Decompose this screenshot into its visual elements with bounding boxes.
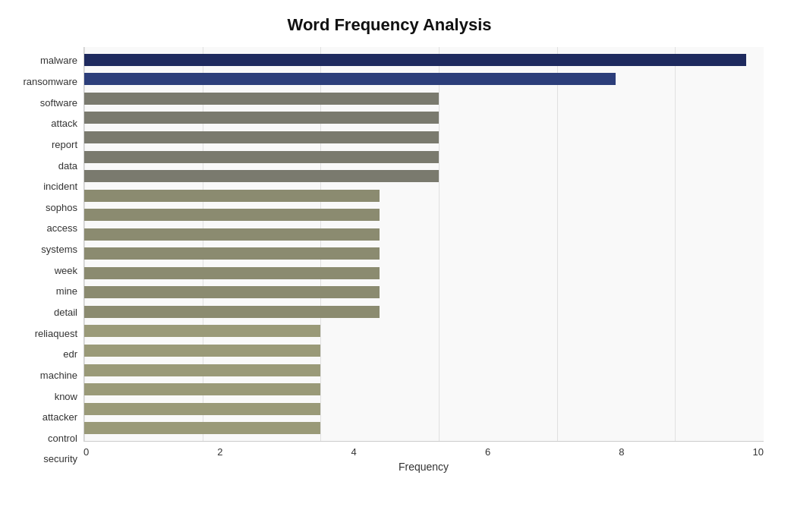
bar <box>84 228 380 241</box>
x-axis-labels: 0246810 <box>83 442 764 458</box>
bar-row <box>84 401 764 417</box>
bar-row <box>84 168 764 184</box>
bar-row <box>84 323 764 338</box>
y-label: sophos <box>46 203 77 212</box>
x-tick-label: 10 <box>752 446 763 458</box>
y-label: software <box>40 98 77 108</box>
bar <box>84 190 380 202</box>
bar <box>84 403 320 415</box>
x-tick-label: 2 <box>217 446 222 458</box>
bar-row <box>84 91 764 106</box>
y-label: access <box>47 223 77 233</box>
y-axis-labels: malwareransomwaresoftwareattackreportdat… <box>15 47 83 473</box>
bar-row <box>84 130 764 145</box>
y-label: control <box>48 433 77 443</box>
bar <box>84 54 746 66</box>
x-axis-title: Frequency <box>83 461 764 473</box>
chart-area: malwareransomwaresoftwareattackreportdat… <box>15 47 764 473</box>
bar <box>84 345 320 357</box>
bar <box>84 286 380 298</box>
y-label: edr <box>63 349 77 359</box>
x-tick-label: 6 <box>485 446 490 458</box>
chart-title: Word Frequency Analysis <box>15 15 764 35</box>
bar <box>84 131 439 143</box>
y-label: attack <box>51 118 77 128</box>
y-label: report <box>52 140 77 150</box>
bar <box>84 73 616 85</box>
bar-row <box>84 420 764 436</box>
bar-row <box>84 382 764 397</box>
bar-row <box>84 71 764 87</box>
bar-row <box>84 285 764 300</box>
y-label: attacker <box>43 412 77 422</box>
y-label: security <box>43 454 77 464</box>
bar-row <box>84 52 764 68</box>
bar-row <box>84 343 764 358</box>
x-tick-label: 0 <box>83 446 89 458</box>
bar <box>84 267 380 279</box>
x-tick-label: 4 <box>351 446 357 458</box>
bar-row <box>84 304 764 320</box>
y-label: data <box>58 161 77 171</box>
bar-row <box>84 150 764 165</box>
bar <box>84 422 320 434</box>
bar <box>84 112 439 124</box>
y-label: mine <box>56 286 77 296</box>
y-label: detail <box>54 307 77 317</box>
bar <box>84 151 439 163</box>
y-label: machine <box>40 370 77 380</box>
x-tick-label: 8 <box>619 446 624 458</box>
bar-row <box>84 363 764 378</box>
y-label: incident <box>43 181 77 191</box>
bar <box>84 325 320 337</box>
y-label: malware <box>40 55 77 65</box>
bar <box>84 364 320 376</box>
bar-row <box>84 207 764 222</box>
bar <box>84 383 320 395</box>
bars-and-xaxis: 0246810 Frequency <box>83 47 764 473</box>
chart-container: Word Frequency Analysis malwareransomwar… <box>0 0 794 532</box>
y-label: week <box>55 266 77 275</box>
bar <box>84 247 380 260</box>
y-label: ransomware <box>23 77 77 87</box>
bar-row <box>84 188 764 203</box>
bar-row <box>84 227 764 242</box>
y-label: systems <box>41 244 77 254</box>
y-label: know <box>55 392 77 401</box>
bar <box>84 93 439 105</box>
bar <box>84 209 380 221</box>
bars-area <box>83 47 764 442</box>
bar <box>84 306 380 318</box>
bar-row <box>84 246 764 261</box>
bar <box>84 170 439 182</box>
bar-row <box>84 110 764 125</box>
y-label: reliaquest <box>35 329 77 338</box>
bars-wrapper <box>84 47 764 441</box>
bar-row <box>84 266 764 281</box>
